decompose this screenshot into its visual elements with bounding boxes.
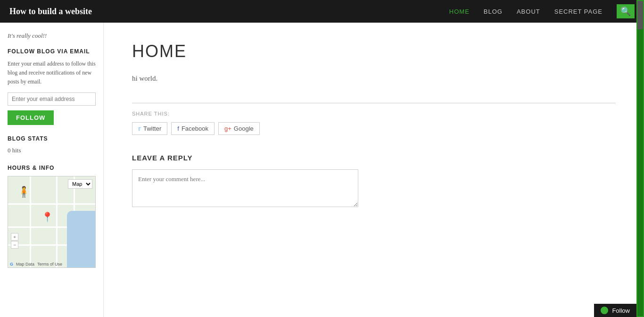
map-footer: G Map Data Terms of Use (10, 262, 62, 267)
page-body-text: hi world. (132, 73, 616, 84)
facebook-share-button[interactable]: f Facebook (171, 122, 215, 135)
zoom-in-button[interactable]: + (11, 233, 18, 241)
google-logo: G (10, 262, 13, 267)
share-label: SHARE THIS: (132, 111, 616, 117)
zoom-out-button[interactable]: − (11, 241, 18, 249)
map-pin-icon: 📍 (41, 211, 53, 223)
site-tagline: It's really cool!! (8, 32, 96, 40)
follow-label: Follow (612, 307, 630, 314)
scrollbar (636, 0, 644, 317)
twitter-share-button[interactable]: 𝕣 Twitter (132, 122, 167, 135)
twitter-icon: 𝕣 (138, 125, 141, 132)
google-share-button[interactable]: g+ Google (218, 122, 260, 135)
map-container: Map 🧍 📍 + − (8, 176, 96, 268)
search-icon[interactable]: 🔍 (617, 4, 635, 18)
hours-info-title: HOURS & INFO (8, 165, 96, 171)
nav-about[interactable]: ABOUT (517, 8, 540, 15)
follow-footer-button[interactable]: Follow (594, 304, 636, 317)
blog-stats-title: BLOG STATS (8, 135, 96, 142)
map-data-label: Map Data (16, 262, 34, 267)
follow-circle-icon (601, 307, 608, 314)
map-type-select[interactable]: Map (68, 179, 92, 189)
twitter-label: Twitter (143, 125, 161, 132)
map-zoom-controls: + − (11, 233, 18, 249)
map-water (67, 211, 95, 267)
blog-hits: 0 hits (8, 147, 96, 154)
map-background: 🧍 📍 + − (8, 176, 95, 267)
leave-reply-title: LEAVE A REPLY (132, 154, 616, 162)
share-buttons: 𝕣 Twitter f Facebook g+ Google (132, 122, 616, 135)
sidebar: It's really cool!! FOLLOW BLOG VIA EMAIL… (0, 23, 104, 317)
nav-blog[interactable]: BLOG (484, 8, 503, 15)
facebook-label: Facebook (182, 125, 208, 132)
hours-info-section: HOURS & INFO Map 🧍 📍 (8, 165, 96, 268)
follow-email-desc: Enter your email address to follow this … (8, 59, 96, 87)
page-wrapper: It's really cool!! FOLLOW BLOG VIA EMAIL… (0, 23, 644, 317)
nav-secret-page[interactable]: SECRET PAGE (554, 8, 603, 15)
main-nav: HOME BLOG ABOUT SECRET PAGE 🔍 (449, 4, 635, 18)
follow-email-section: FOLLOW BLOG VIA EMAIL Enter your email a… (8, 48, 96, 125)
leave-reply-section: LEAVE A REPLY (132, 154, 616, 209)
scrollbar-track[interactable] (637, 1, 643, 316)
main-content: HOME hi world. SHARE THIS: 𝕣 Twitter f F… (104, 23, 644, 317)
email-input[interactable] (8, 92, 96, 106)
scrollbar-thumb[interactable] (637, 1, 643, 29)
site-title: How to build a website (9, 7, 92, 17)
map-person-icon: 🧍 (17, 186, 30, 198)
google-plus-icon: g+ (224, 125, 231, 132)
site-header: How to build a website HOME BLOG ABOUT S… (0, 0, 644, 23)
page-heading: HOME (132, 42, 616, 61)
blog-stats-section: BLOG STATS 0 hits (8, 135, 96, 154)
map-terms-label: Terms of Use (37, 262, 62, 267)
follow-blog-button[interactable]: FOLLOW (8, 110, 54, 125)
comment-textarea[interactable] (132, 169, 358, 207)
nav-home[interactable]: HOME (449, 8, 470, 15)
share-section: SHARE THIS: 𝕣 Twitter f Facebook g+ Goog… (132, 103, 616, 135)
follow-email-title: FOLLOW BLOG VIA EMAIL (8, 48, 96, 55)
google-label: Google (234, 125, 254, 132)
facebook-icon: f (177, 125, 179, 132)
